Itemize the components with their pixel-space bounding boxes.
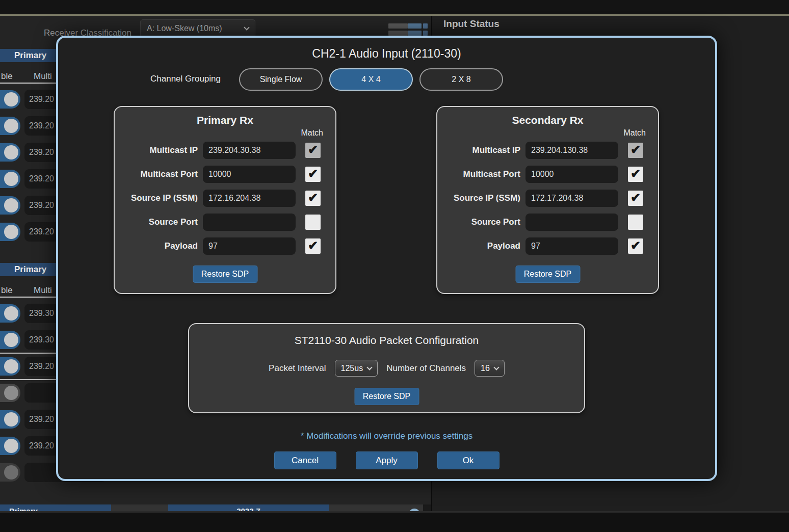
field-label: Payload [437,237,520,255]
channel-grouping-option[interactable]: Single Flow [239,68,323,91]
match-checkbox[interactable]: ✔ [628,143,643,158]
toggle-knob [4,439,18,453]
restore-sdp-button[interactable]: Restore SDP [354,388,419,405]
toggle-knob [4,359,18,374]
field-row: Payload97✔ [437,234,658,258]
chevron-down-icon [493,364,499,370]
packet-config-controls: Packet Interval 125us Number of Channels… [189,360,584,377]
channel-grouping-option[interactable]: 4 X 4 [329,68,413,91]
column-header-multicast: Multi [34,285,52,296]
toggle-switch[interactable] [0,437,20,455]
toggle-knob [4,92,18,107]
toggle-knob [4,172,18,186]
rx-field-rows: Multicast IP239.204.30.38✔Multicast Port… [115,139,335,258]
match-checkbox[interactable]: ✔ [628,191,643,206]
dialog-title: CH2-1 Audio Input (2110-30) [58,47,715,61]
match-checkbox[interactable] [628,215,643,230]
rx-panel: Secondary RxMatchMulticast IP239.204.130… [436,106,659,294]
match-checkbox[interactable]: ✔ [305,191,321,206]
packet-interval-value: 125us [341,364,363,373]
restore-sdp-button[interactable]: Restore SDP [515,265,580,283]
field-input[interactable] [203,214,296,231]
packet-config-panel: ST2110-30 Audio Packet Configuration Pac… [188,323,585,413]
toggle-switch[interactable] [0,331,20,349]
receiver-classification-dropdown[interactable]: A: Low-Skew (10ms) [140,19,255,38]
field-row: Source Port [115,210,335,234]
check-icon: ✔ [308,144,318,156]
toggle-switch[interactable] [0,170,20,188]
match-checkbox[interactable]: ✔ [305,167,321,182]
match-checkbox[interactable]: ✔ [305,238,321,254]
check-icon: ✔ [630,168,641,180]
column-header-multicast: Multi [34,71,52,82]
match-checkbox[interactable] [305,215,321,230]
toggle-knob [4,306,18,321]
column-header-enable: ble [1,71,13,82]
field-label: Source IP (SSM) [437,190,520,207]
field-input[interactable]: 172.17.204.38 [525,190,618,207]
rx-field-rows: Multicast IP239.204.130.38✔Multicast Por… [437,139,658,258]
field-input[interactable]: 97 [525,237,618,255]
field-row: Source Port [437,210,658,234]
bottom-strip [0,513,789,532]
match-checkbox[interactable]: ✔ [628,167,643,182]
toggle-knob [4,145,18,159]
input-status-title: Input Status [443,18,499,30]
field-row: Multicast Port10000✔ [115,163,335,187]
check-icon: ✔ [308,192,318,204]
field-input[interactable]: 97 [203,237,296,255]
toggle-knob [4,225,18,239]
field-label: Source Port [115,214,198,231]
field-input[interactable]: 239.204.130.38 [525,142,618,159]
top-strip [0,0,789,14]
field-label: Source IP (SSM) [115,190,198,207]
toggle-switch[interactable] [0,463,20,482]
field-row: Payload97✔ [115,234,335,258]
modifications-note: * Modifications will override previous s… [58,431,715,441]
field-input[interactable] [525,214,618,231]
match-column-label: Match [301,128,323,138]
toggle-knob [4,119,18,133]
packet-interval-dropdown[interactable]: 125us [335,360,378,377]
field-row: Multicast IP239.204.130.38✔ [437,139,658,163]
toggle-switch[interactable] [0,117,20,135]
toggle-knob [4,386,18,400]
rx-panel: Primary RxMatchMulticast IP239.204.30.38… [114,106,336,294]
toggle-knob [4,198,18,212]
apply-button[interactable]: Apply [356,451,418,469]
number-of-channels-label: Number of Channels [386,363,466,374]
toggle-switch[interactable] [0,357,20,376]
number-of-channels-value: 16 [481,364,490,373]
field-row: Multicast IP239.204.30.38✔ [115,139,335,163]
rx-panel-title: Primary Rx [115,114,335,126]
restore-sdp-button[interactable]: Restore SDP [193,265,257,283]
toggle-switch[interactable] [0,90,20,109]
field-input[interactable]: 10000 [525,166,618,183]
field-label: Multicast Port [437,166,520,183]
toggle-switch[interactable] [0,304,20,323]
ok-button[interactable]: Ok [437,451,499,469]
channel-grouping-options: Single Flow4 X 42 X 8 [239,68,503,91]
match-checkbox[interactable]: ✔ [305,143,321,158]
channel-grouping-option[interactable]: 2 X 8 [419,68,503,91]
toggle-switch[interactable] [0,196,20,215]
check-icon: ✔ [308,168,318,180]
match-checkbox[interactable]: ✔ [628,238,643,254]
chevron-down-icon [366,364,372,370]
field-row: Source IP (SSM)172.17.204.38✔ [437,187,658,210]
toggle-switch[interactable] [0,410,20,429]
toggle-switch[interactable] [0,143,20,162]
receiver-classification-value: A: Low-Skew (10ms) [147,24,245,33]
field-input[interactable]: 172.16.204.38 [203,190,296,207]
field-input[interactable]: 10000 [203,166,296,183]
chevron-down-icon [244,24,249,30]
cancel-button[interactable]: Cancel [274,451,336,469]
match-column-label: Match [623,128,646,138]
field-input[interactable]: 239.204.30.38 [203,142,296,159]
toggle-switch[interactable] [0,384,20,402]
packet-config-title: ST2110-30 Audio Packet Configuration [189,334,584,347]
toggle-switch[interactable] [0,223,20,241]
field-label: Multicast Port [115,166,198,183]
check-icon: ✔ [630,240,641,252]
number-of-channels-dropdown[interactable]: 16 [475,360,505,377]
